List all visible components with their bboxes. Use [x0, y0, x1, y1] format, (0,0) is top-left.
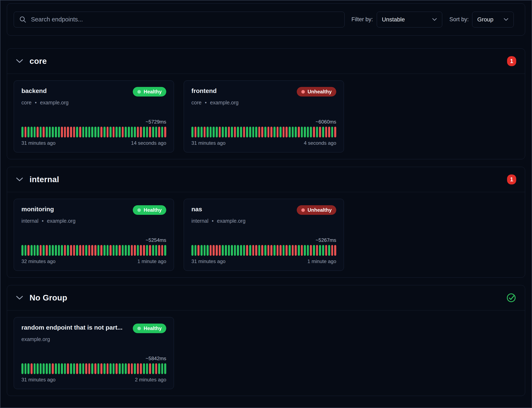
uptime-bar[interactable]: [246, 127, 248, 137]
uptime-bar[interactable]: [37, 245, 39, 256]
uptime-bar[interactable]: [158, 127, 160, 137]
uptime-bar[interactable]: [307, 127, 309, 137]
uptime-bar[interactable]: [222, 245, 224, 256]
uptime-bar[interactable]: [88, 245, 90, 256]
uptime-bar[interactable]: [70, 363, 72, 374]
uptime-bar[interactable]: [85, 363, 87, 374]
uptime-bar[interactable]: [210, 127, 212, 137]
uptime-bar[interactable]: [164, 127, 166, 137]
uptime-bar[interactable]: [200, 127, 203, 137]
uptime-bar[interactable]: [146, 245, 148, 256]
endpoint-card[interactable]: random endpoint that is not part... Heal…: [14, 317, 174, 389]
uptime-bar[interactable]: [143, 363, 145, 374]
uptime-bar[interactable]: [109, 363, 112, 374]
uptime-bar[interactable]: [21, 245, 24, 256]
uptime-bar[interactable]: [134, 245, 136, 256]
uptime-bar[interactable]: [285, 245, 288, 256]
uptime-bar[interactable]: [25, 363, 27, 374]
uptime-bar[interactable]: [140, 363, 142, 374]
uptime-bar[interactable]: [267, 245, 270, 256]
uptime-bar[interactable]: [40, 127, 42, 137]
collapse-chevron-icon[interactable]: [16, 296, 23, 300]
uptime-bar[interactable]: [128, 127, 130, 137]
uptime-bar[interactable]: [116, 127, 118, 137]
uptime-bar[interactable]: [116, 363, 118, 374]
uptime-bar[interactable]: [261, 127, 263, 137]
endpoint-card[interactable]: frontend Unhealthy core • example.org ~6…: [184, 80, 344, 153]
uptime-bar[interactable]: [249, 127, 251, 137]
uptime-bar[interactable]: [197, 245, 200, 256]
uptime-bar[interactable]: [298, 127, 300, 137]
uptime-bar[interactable]: [274, 245, 275, 256]
uptime-bar[interactable]: [37, 363, 39, 374]
group-header[interactable]: core 1: [7, 49, 525, 74]
uptime-bar[interactable]: [46, 127, 48, 137]
uptime-bar[interactable]: [267, 127, 270, 137]
uptime-bar[interactable]: [125, 245, 127, 256]
uptime-bar[interactable]: [52, 127, 54, 137]
uptime-bar[interactable]: [313, 245, 315, 256]
uptime-bar[interactable]: [119, 363, 121, 374]
uptime-bar[interactable]: [116, 245, 118, 256]
uptime-bar[interactable]: [76, 245, 78, 256]
uptime-bar[interactable]: [73, 363, 75, 374]
uptime-bar[interactable]: [161, 363, 163, 374]
uptime-bar[interactable]: [58, 245, 60, 256]
uptime-bar[interactable]: [140, 245, 142, 256]
uptime-bar[interactable]: [304, 245, 306, 256]
uptime-bar[interactable]: [197, 127, 200, 137]
uptime-bar[interactable]: [289, 127, 291, 137]
uptime-bar[interactable]: [237, 127, 239, 137]
uptime-bar[interactable]: [216, 127, 218, 137]
uptime-bar[interactable]: [122, 127, 124, 137]
uptime-bar[interactable]: [67, 245, 69, 256]
uptime-bar[interactable]: [274, 127, 275, 137]
uptime-bar[interactable]: [292, 127, 294, 137]
uptime-bar[interactable]: [27, 245, 30, 256]
uptime-bar[interactable]: [152, 245, 154, 256]
uptime-bar[interactable]: [325, 245, 327, 256]
uptime-bar[interactable]: [161, 245, 163, 256]
filter-select[interactable]: Unstable: [377, 12, 442, 27]
collapse-chevron-icon[interactable]: [16, 59, 23, 63]
uptime-bar[interactable]: [146, 363, 148, 374]
uptime-bar[interactable]: [328, 245, 330, 256]
group-header[interactable]: internal 1: [7, 167, 525, 192]
uptime-bar[interactable]: [152, 363, 154, 374]
uptime-bar[interactable]: [219, 127, 221, 137]
uptime-bar[interactable]: [49, 127, 51, 137]
uptime-bar[interactable]: [37, 127, 39, 137]
uptime-bar[interactable]: [143, 127, 145, 137]
search-box[interactable]: [14, 12, 345, 27]
uptime-bar[interactable]: [158, 363, 160, 374]
uptime-bar[interactable]: [240, 127, 242, 137]
uptime-bar[interactable]: [55, 363, 57, 374]
uptime-bar[interactable]: [40, 245, 42, 256]
uptime-bar[interactable]: [258, 127, 260, 137]
uptime-bar[interactable]: [113, 245, 115, 256]
uptime-bar[interactable]: [313, 127, 315, 137]
uptime-bar[interactable]: [94, 127, 96, 137]
uptime-bar[interactable]: [240, 245, 242, 256]
uptime-bar[interactable]: [25, 127, 27, 137]
uptime-bar[interactable]: [55, 245, 57, 256]
uptime-bar[interactable]: [277, 245, 279, 256]
uptime-bar[interactable]: [322, 127, 324, 137]
uptime-bar[interactable]: [331, 245, 333, 256]
uptime-bar[interactable]: [334, 245, 336, 256]
uptime-bar[interactable]: [76, 127, 78, 137]
uptime-bar[interactable]: [283, 245, 285, 256]
uptime-bar[interactable]: [331, 127, 333, 137]
uptime-bar[interactable]: [213, 245, 215, 256]
uptime-bar[interactable]: [43, 127, 45, 137]
uptime-bar[interactable]: [137, 245, 139, 256]
uptime-bar[interactable]: [94, 363, 96, 374]
uptime-bar[interactable]: [125, 363, 127, 374]
uptime-bar[interactable]: [298, 245, 300, 256]
uptime-bar[interactable]: [277, 127, 279, 137]
uptime-bar[interactable]: [79, 127, 81, 137]
uptime-bar[interactable]: [100, 363, 102, 374]
uptime-bar[interactable]: [67, 363, 69, 374]
uptime-bar[interactable]: [79, 363, 81, 374]
uptime-bar[interactable]: [191, 127, 193, 137]
